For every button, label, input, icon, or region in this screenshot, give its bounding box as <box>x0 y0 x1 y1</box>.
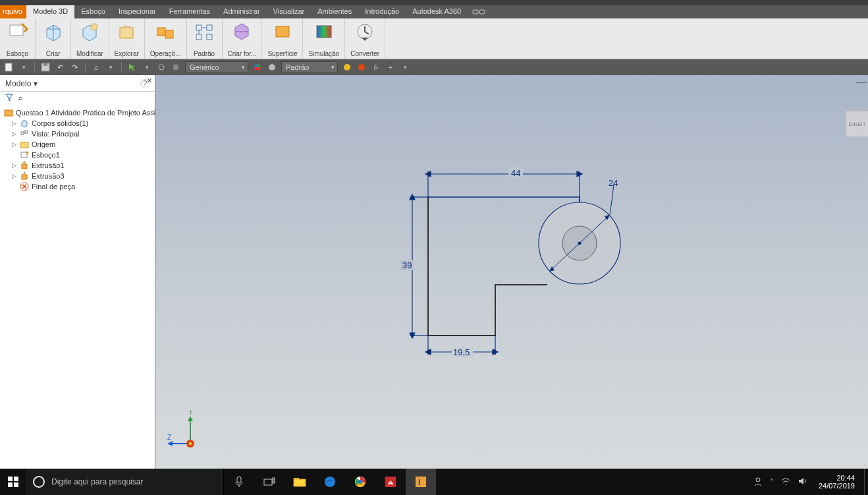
tree-node-sketch1[interactable]: Esboço1 <box>4 150 151 160</box>
ribbon-group-operacoes[interactable]: Operaçõ... <box>145 18 187 59</box>
wifi-icon[interactable] <box>780 477 791 487</box>
browser-title[interactable]: Modelo ▾ <box>5 79 38 88</box>
menu-tab-a360[interactable]: Autodesk A360 <box>406 5 468 18</box>
appearance2-icon[interactable] <box>356 62 367 73</box>
menu-tab-ambientes[interactable]: Ambientes <box>311 5 358 18</box>
material-combo[interactable]: Genérico <box>185 61 248 73</box>
svg-rect-16 <box>43 63 47 66</box>
tree-root[interactable]: Questao 1 Atividade Pratica de Projeto A… <box>4 107 151 118</box>
color-icon[interactable] <box>252 62 263 73</box>
svg-point-63 <box>358 480 362 484</box>
file-explorer-icon[interactable] <box>285 469 315 495</box>
sound-icon[interactable] <box>798 477 808 487</box>
sphere-icon[interactable] <box>267 62 277 73</box>
save-icon[interactable] <box>40 62 51 73</box>
ribbon-group-criar[interactable]: Criar <box>36 18 71 59</box>
tree-node-label: Origem <box>32 140 55 148</box>
menu-tab-administrar[interactable]: Administrar <box>217 5 267 18</box>
mic-icon[interactable] <box>224 469 254 495</box>
ribbon-label: Superfície <box>267 50 297 57</box>
ribbon-group-criarform[interactable]: Criar for... <box>223 18 263 59</box>
sphere-icon[interactable] <box>171 62 181 73</box>
appearance-combo-value: Padrão <box>286 63 309 71</box>
people-icon[interactable] <box>753 476 763 488</box>
clock-date: 24/07/2019 <box>819 482 855 490</box>
undo-icon[interactable]: ↶ <box>55 62 65 73</box>
appearance-combo[interactable]: Padrão <box>281 61 338 73</box>
close-icon[interactable]: × <box>147 75 152 86</box>
svg-rect-0 <box>473 10 478 14</box>
home-icon[interactable]: ⌂ <box>91 62 101 73</box>
ribbon-group-superficie[interactable]: Superfície <box>262 18 303 59</box>
tree-node-solids[interactable]: ▷ Corpos sólidos(1) <box>4 118 151 129</box>
search-placeholder: Digite aqui para pesquisar <box>51 477 143 486</box>
svg-rect-27 <box>21 152 27 158</box>
tree-node-extrude1[interactable]: ▷ Extrusão1 <box>4 160 151 171</box>
ribbon-group-explorar[interactable]: Explorar <box>109 18 145 59</box>
dropdown-icon[interactable]: ▾ <box>400 62 410 73</box>
ribbon-label: Explorar <box>115 50 139 57</box>
dropdown-icon[interactable]: ▾ <box>18 62 29 73</box>
menu-tab-inspecionar[interactable]: Inspecionar <box>112 5 163 18</box>
dropdown-icon[interactable]: ▾ <box>105 62 116 73</box>
tree-node-origin[interactable]: ▷ Origem <box>4 139 151 150</box>
tree-node-end[interactable]: Final de peça <box>4 181 151 192</box>
tree-node-label: Corpos sólidos(1) <box>32 119 88 127</box>
menu-tab-introducao[interactable]: Introdução <box>358 5 406 18</box>
svg-rect-9 <box>196 34 202 40</box>
ribbon: Esboço Criar Modificar Explorar Operaçõ.… <box>0 18 868 59</box>
svg-point-22 <box>358 64 365 71</box>
new-icon[interactable] <box>4 62 14 73</box>
view-triad: Y Z <box>167 411 213 457</box>
svg-rect-7 <box>196 25 202 30</box>
sketch-drawing: 44 39 19,5 24 <box>155 75 868 469</box>
triad-y-label: Y <box>188 411 193 416</box>
ribbon-label: Converter <box>350 50 379 57</box>
svg-rect-6 <box>165 30 173 38</box>
taskview-icon[interactable] <box>254 469 285 495</box>
filter-icon[interactable] <box>5 94 13 103</box>
plus-icon[interactable]: + <box>385 62 396 73</box>
taskbar-clock[interactable]: 20:44 24/07/2019 <box>815 474 859 490</box>
tree-node-view[interactable]: ▷ Vista: Principal <box>4 129 151 139</box>
svg-rect-28 <box>22 164 27 169</box>
dropdown-icon[interactable]: ▾ <box>142 62 152 73</box>
taskbar-search[interactable]: Digite aqui para pesquisar <box>26 469 224 495</box>
svg-point-67 <box>756 478 760 482</box>
svg-point-50 <box>189 442 192 445</box>
menu-tab-esboco[interactable]: Esboço <box>74 5 112 18</box>
svg-rect-60 <box>294 478 299 480</box>
select-icon[interactable] <box>127 62 138 73</box>
tray-chevron-icon[interactable]: ˄ <box>770 478 774 486</box>
edge-icon[interactable] <box>315 469 345 495</box>
pin-icon[interactable] <box>468 5 490 18</box>
ribbon-group-simulacao[interactable]: Simulação <box>303 18 345 59</box>
start-button[interactable] <box>0 469 26 495</box>
redo-icon[interactable]: ↷ <box>69 62 80 73</box>
appearance-icon[interactable] <box>342 62 352 73</box>
chrome-icon[interactable] <box>345 469 375 495</box>
menu-tab-visualizar[interactable]: Visualizar <box>267 5 312 18</box>
circle-icon[interactable] <box>156 62 167 73</box>
explore-icon <box>116 21 137 42</box>
ribbon-group-padrao[interactable]: Padrão <box>187 18 223 59</box>
ribbon-group-esboco[interactable]: Esboço <box>0 18 36 59</box>
ribbon-group-converter[interactable]: Converter <box>345 18 385 59</box>
sketch-icon <box>7 21 28 42</box>
ribbon-label: Operaçõ... <box>150 50 181 57</box>
menu-tab-modelo3d[interactable]: Modelo 3D <box>26 5 74 18</box>
find-icon[interactable]: ⌕ <box>18 94 23 103</box>
model-browser: × Modelo ▾ ? ⌕ Questao 1 Atividade Prati… <box>0 75 155 469</box>
ribbon-group-modificar[interactable]: Modificar <box>71 18 109 59</box>
inventor-icon[interactable]: I <box>406 469 436 495</box>
clock-time: 20:44 <box>819 474 855 482</box>
tree-root-label: Questao 1 Atividade Pratica de Projeto A… <box>16 109 155 117</box>
svg-rect-26 <box>20 142 28 148</box>
tree-node-extrude3[interactable]: ▷ Extrusão3 <box>4 171 151 181</box>
acrobat-icon[interactable] <box>375 469 406 495</box>
menu-tab-ferramentas[interactable]: Ferramentas <box>163 5 217 18</box>
show-desktop[interactable] <box>864 469 868 495</box>
menu-file[interactable]: rquivo <box>0 5 26 18</box>
fx-icon[interactable]: fx <box>371 62 381 73</box>
viewport[interactable]: — DIREIT <box>155 75 868 469</box>
